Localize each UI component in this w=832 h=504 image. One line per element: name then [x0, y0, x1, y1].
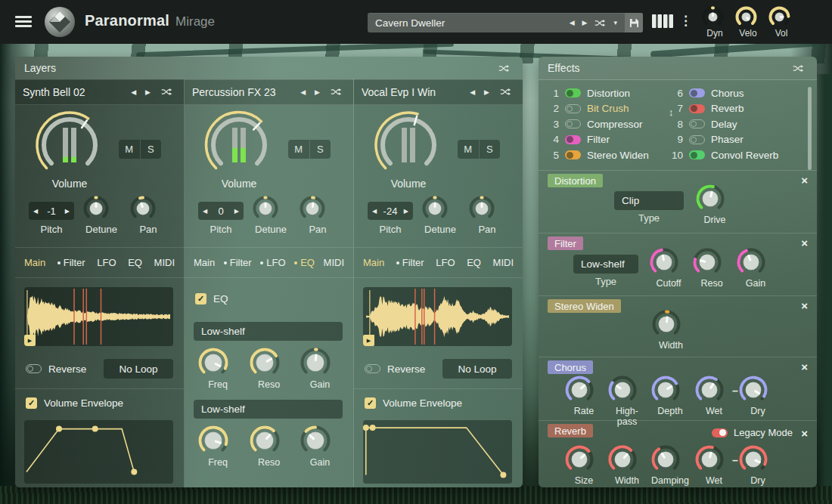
sample-next-icon[interactable]: ▶: [482, 88, 492, 96]
effect-slot[interactable]: 9Phaser: [672, 132, 800, 148]
pitch-down-icon[interactable]: ◀: [202, 208, 208, 215]
reverb-close-icon[interactable]: ×: [801, 427, 808, 440]
depth-knob[interactable]: [650, 374, 691, 406]
pitch-stepper[interactable]: ◀ 0 ▶: [198, 202, 244, 220]
pitch-stepper[interactable]: ◀ -1 ▶: [29, 202, 74, 220]
gain-knob[interactable]: [299, 346, 341, 379]
tab-filter[interactable]: Filter: [224, 257, 252, 268]
distortion-type-dropdown[interactable]: Clip: [614, 191, 684, 210]
drag-reorder-icon[interactable]: ↕: [669, 107, 674, 118]
legacy-mode-toggle[interactable]: [712, 428, 728, 438]
distortion-close-icon[interactable]: ×: [801, 174, 808, 187]
tab-main[interactable]: Main: [24, 257, 45, 268]
effect-enable-toggle[interactable]: [689, 135, 705, 144]
effect-enable-toggle[interactable]: [565, 135, 581, 144]
effect-slot[interactable]: 1Distortion: [548, 85, 667, 101]
pitch-down-icon[interactable]: ◀: [33, 208, 39, 215]
waveform-display[interactable]: [363, 287, 512, 346]
reso-knob[interactable]: [691, 246, 732, 278]
sample-next-icon[interactable]: ▶: [143, 88, 153, 96]
preset-shuffle-icon[interactable]: [591, 19, 610, 27]
tab-filter[interactable]: Filter: [57, 257, 85, 268]
effect-slot[interactable]: 2Bit Crush: [548, 101, 667, 117]
tab-eq[interactable]: EQ: [128, 257, 142, 268]
wet-knob[interactable]: [694, 444, 734, 475]
gain-knob[interactable]: [299, 424, 341, 457]
sample-prev-icon[interactable]: ◀: [129, 88, 138, 96]
layer-volume-knob[interactable]: [34, 110, 105, 181]
layer-volume-knob[interactable]: [203, 110, 275, 181]
effect-enable-toggle[interactable]: [565, 88, 581, 97]
tab-midi[interactable]: MIDI: [493, 257, 514, 268]
more-menu-icon[interactable]: ⋮: [679, 13, 692, 29]
gain-knob[interactable]: [735, 246, 776, 278]
layers-shuffle-icon[interactable]: [495, 64, 514, 73]
width-knob[interactable]: [607, 444, 647, 475]
sample-name[interactable]: Synth Bell 02: [23, 86, 124, 98]
mute-button[interactable]: M: [119, 140, 141, 159]
stereo-widen-close-icon[interactable]: ×: [801, 299, 808, 312]
dry-knob[interactable]: [737, 374, 778, 406]
pan-knob[interactable]: [298, 194, 337, 223]
tab-lfo[interactable]: LFO: [260, 257, 285, 268]
sample-name[interactable]: Vocal Evp I Win: [362, 86, 463, 98]
solo-button[interactable]: S: [141, 140, 162, 159]
detune-knob[interactable]: [251, 194, 290, 223]
tab-midi[interactable]: MIDI: [154, 257, 175, 268]
play-sample-icon[interactable]: ▶: [24, 335, 36, 346]
vol-knob[interactable]: [767, 5, 796, 29]
volume-envelope-checkbox[interactable]: ✓: [365, 397, 376, 409]
effect-slot[interactable]: 4Filter: [548, 132, 667, 148]
effect-enable-toggle[interactable]: [565, 119, 581, 128]
effects-list-scrollbar[interactable]: [808, 87, 812, 170]
preset-prev-icon[interactable]: ◀: [566, 19, 579, 26]
pan-knob[interactable]: [467, 194, 507, 223]
reverse-toggle[interactable]: [365, 364, 380, 373]
loop-mode-button[interactable]: No Loop: [442, 359, 512, 379]
dry-knob[interactable]: [737, 444, 778, 475]
width-knob[interactable]: [650, 308, 691, 340]
sample-shuffle-icon[interactable]: [157, 88, 176, 96]
effect-enable-toggle[interactable]: [689, 119, 705, 128]
preset-name[interactable]: Cavern Dweller: [368, 17, 566, 29]
mute-button[interactable]: M: [458, 140, 480, 159]
effect-slot[interactable]: 6Chorus: [672, 85, 800, 101]
pitch-up-icon[interactable]: ▶: [64, 208, 70, 215]
freq-knob[interactable]: [197, 346, 239, 379]
effect-enable-toggle[interactable]: [689, 104, 705, 113]
keyboard-icon[interactable]: [652, 14, 673, 28]
sample-next-icon[interactable]: ▶: [312, 88, 322, 96]
eq-checkbox[interactable]: ✓: [195, 293, 206, 305]
pan-knob[interactable]: [129, 194, 168, 223]
drive-knob[interactable]: [694, 183, 735, 215]
damping-knob[interactable]: [650, 444, 691, 475]
tab-main[interactable]: Main: [363, 257, 384, 268]
preset-save-icon[interactable]: [625, 13, 643, 32]
sample-name[interactable]: Percussion FX 23: [192, 86, 293, 98]
sample-prev-icon[interactable]: ◀: [467, 88, 477, 96]
freq-knob[interactable]: [197, 424, 239, 457]
cutoff-knob[interactable]: [648, 246, 689, 278]
chorus-close-icon[interactable]: ×: [801, 360, 808, 373]
pitch-down-icon[interactable]: ◀: [371, 208, 377, 215]
sample-prev-icon[interactable]: ◀: [298, 88, 308, 96]
pitch-stepper[interactable]: ◀ -24 ▶: [368, 202, 413, 220]
sample-shuffle-icon[interactable]: [496, 88, 515, 96]
wet-knob[interactable]: [694, 374, 734, 406]
preset-selector[interactable]: Cavern Dweller ◀ ▶ ▾: [368, 13, 643, 32]
eq-band1-type-dropdown[interactable]: Low-shelf: [194, 322, 343, 341]
effect-slot[interactable]: 10Convol Reverb: [672, 147, 800, 163]
effect-enable-toggle[interactable]: [689, 150, 705, 159]
effect-enable-toggle[interactable]: [689, 88, 705, 97]
tab-lfo[interactable]: LFO: [436, 257, 455, 268]
filter-close-icon[interactable]: ×: [801, 237, 808, 249]
effects-shuffle-icon[interactable]: [789, 64, 808, 73]
effect-slot[interactable]: 3Compressor: [548, 116, 667, 132]
detune-knob[interactable]: [421, 194, 460, 223]
preset-next-icon[interactable]: ▶: [579, 19, 591, 26]
effect-enable-toggle[interactable]: [565, 150, 581, 159]
envelope-editor[interactable]: [363, 420, 512, 484]
velo-knob[interactable]: [734, 5, 762, 29]
effect-slot[interactable]: 7Reverb: [672, 101, 800, 117]
tab-eq[interactable]: EQ: [467, 257, 481, 268]
